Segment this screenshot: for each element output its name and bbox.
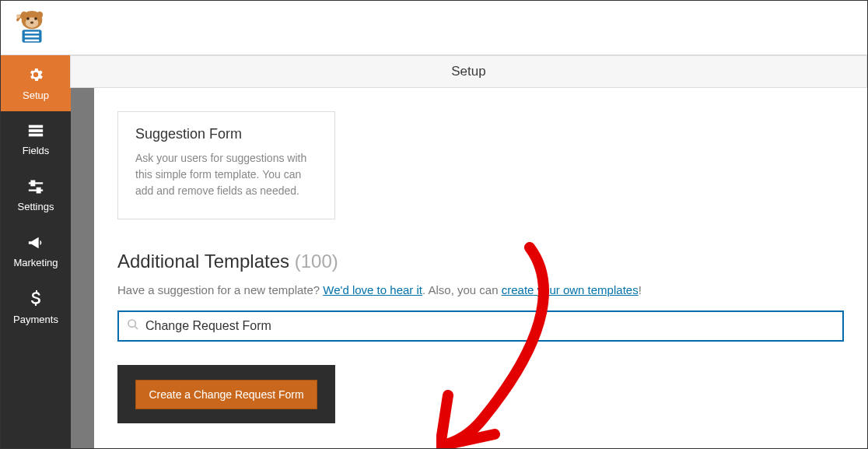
- sidebar-label: Marketing: [13, 257, 58, 268]
- template-card-description: Ask your users for suggestions with this…: [135, 150, 317, 199]
- create-template-button[interactable]: Create a Change Request Form: [135, 380, 317, 409]
- additional-templates-heading: Additional Templates (100): [117, 251, 844, 272]
- svg-rect-13: [29, 129, 43, 132]
- template-search-input[interactable]: [145, 319, 835, 333]
- svg-point-11: [16, 14, 20, 18]
- svg-point-3: [34, 17, 37, 20]
- content-area: Setup Suggestion Form Ask your users for…: [71, 55, 867, 448]
- search-icon: [127, 318, 145, 334]
- svg-rect-10: [25, 39, 39, 41]
- page-title: Setup: [70, 55, 867, 88]
- sidebar-item-payments[interactable]: Payments: [1, 279, 71, 335]
- top-bar: [1, 1, 867, 55]
- bullhorn-icon: [27, 235, 44, 257]
- svg-rect-17: [32, 181, 35, 185]
- list-icon: [27, 123, 44, 145]
- sidebar-label: Setup: [23, 89, 49, 101]
- template-count: (100): [295, 251, 338, 272]
- sidebar-label: Fields: [23, 145, 50, 156]
- sidebar-item-fields[interactable]: Fields: [1, 111, 71, 167]
- template-search-box[interactable]: [117, 310, 844, 342]
- svg-rect-12: [29, 125, 43, 128]
- sidebar: Setup Fields Settings Marketing Payments: [1, 55, 71, 448]
- svg-rect-14: [29, 133, 43, 136]
- template-result-panel[interactable]: Create a Change Request Form: [117, 365, 335, 423]
- svg-point-6: [37, 11, 43, 17]
- svg-line-20: [135, 326, 138, 329]
- create-own-templates-link[interactable]: create your own templates: [502, 283, 639, 296]
- mascot-logo: [12, 7, 51, 49]
- hear-it-link[interactable]: We'd love to hear it: [323, 283, 422, 296]
- sidebar-label: Settings: [18, 201, 54, 212]
- sliders-icon: [27, 179, 44, 201]
- svg-rect-8: [25, 31, 39, 33]
- sidebar-item-marketing[interactable]: Marketing: [1, 223, 71, 279]
- template-suggestion-prompt: Have a suggestion for a new template? We…: [117, 283, 844, 296]
- template-card-title: Suggestion Form: [135, 126, 317, 142]
- svg-point-2: [26, 17, 30, 20]
- svg-point-4: [30, 21, 33, 23]
- sidebar-item-settings[interactable]: Settings: [1, 167, 71, 223]
- sidebar-item-setup[interactable]: Setup: [1, 55, 71, 111]
- svg-rect-18: [37, 188, 40, 192]
- svg-point-19: [128, 320, 135, 327]
- gear-icon: [27, 66, 44, 89]
- template-card-suggestion-form[interactable]: Suggestion Form Ask your users for sugge…: [117, 111, 335, 219]
- dollar-icon: [30, 290, 41, 314]
- sidebar-label: Payments: [13, 314, 58, 325]
- svg-rect-9: [25, 35, 39, 37]
